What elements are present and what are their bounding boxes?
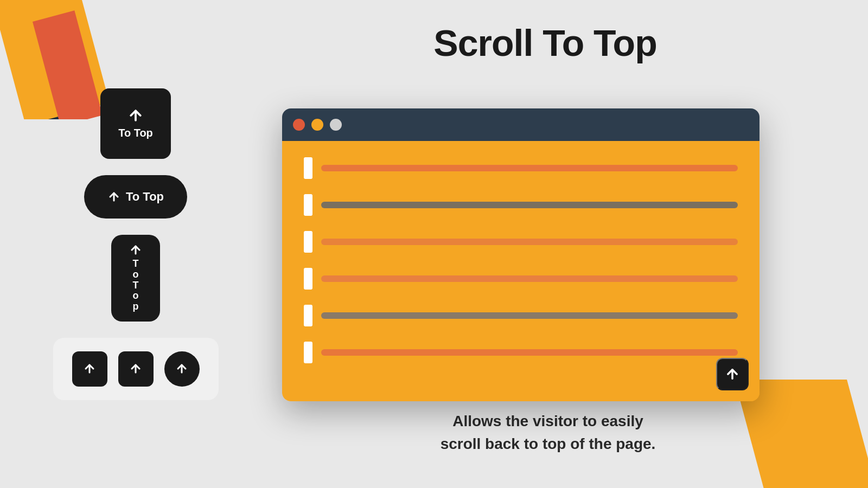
content-row (304, 231, 738, 253)
arrow-up-icon-browser (725, 367, 740, 382)
scroll-top-browser-button[interactable] (716, 358, 749, 390)
content-bullet (304, 157, 312, 179)
browser-content (282, 141, 760, 401)
scroll-top-tall-button[interactable]: ToTop (111, 235, 160, 322)
browser-dot-orange (311, 119, 323, 131)
content-row (304, 342, 738, 363)
content-row (304, 157, 738, 179)
content-line (321, 312, 738, 319)
content-bullet (304, 231, 312, 253)
scroll-top-icon-button-3[interactable] (164, 351, 200, 387)
arrow-icon-1 (83, 362, 96, 375)
browser-dot-red (293, 119, 305, 131)
left-panel: To Top To Top ToTop (0, 0, 271, 488)
arrow-up-icon (127, 107, 144, 124)
arrow-icon-3 (175, 362, 188, 375)
right-panel (271, 0, 868, 488)
content-line (321, 349, 738, 356)
browser-dot-white (330, 119, 342, 131)
arrow-icon-2 (129, 362, 142, 375)
browser-mockup (282, 108, 760, 401)
content-line (321, 202, 738, 208)
arrow-up-icon-tall (129, 243, 142, 256)
content-bullet (304, 268, 312, 290)
pill-button-label: To Top (126, 190, 164, 204)
scroll-top-icon-button-2[interactable] (118, 351, 154, 387)
scroll-top-square-button[interactable]: To Top (100, 88, 171, 159)
icon-group-container (53, 338, 219, 400)
content-bullet (304, 194, 312, 216)
arrow-up-icon-pill (107, 190, 120, 203)
browser-titlebar (282, 108, 760, 141)
content-bullet (304, 342, 312, 363)
square-button-label: To Top (118, 127, 153, 139)
tall-button-label: ToTop (133, 259, 139, 312)
content-bullet (304, 305, 312, 326)
content-line (321, 239, 738, 245)
scroll-top-pill-button[interactable]: To Top (84, 175, 187, 219)
content-row (304, 268, 738, 290)
content-row (304, 194, 738, 216)
main-content: To Top To Top ToTop (0, 0, 868, 488)
scroll-top-icon-button-1[interactable] (72, 351, 107, 387)
content-row (304, 305, 738, 326)
content-line (321, 275, 738, 282)
content-line (321, 165, 738, 171)
